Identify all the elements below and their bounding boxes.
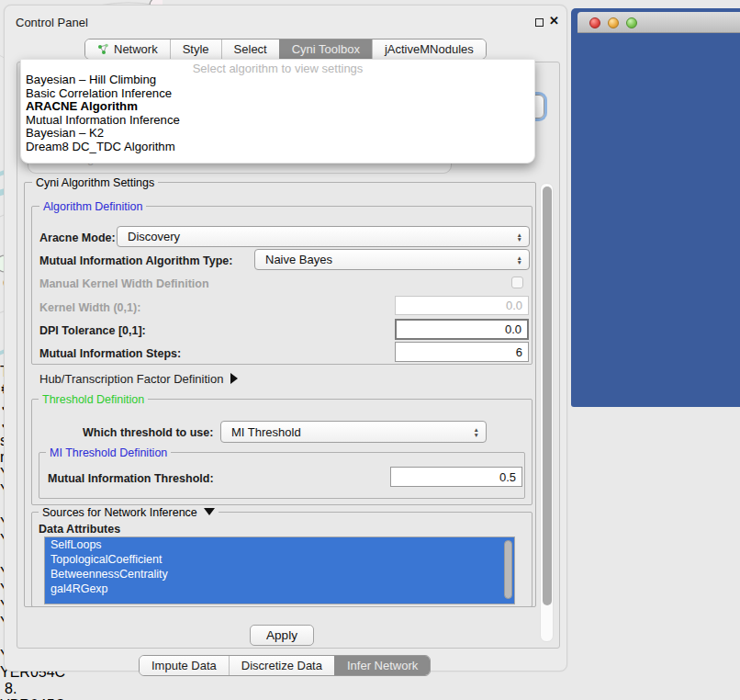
- tab-cyni-toolbox[interactable]: Cyni Toolbox: [279, 40, 372, 59]
- algorithm-popup-list: Bayesian – Hill ClimbingBasic Correlatio…: [21, 73, 534, 154]
- tab-label: Infer Network: [347, 659, 418, 672]
- mi-threshold-field[interactable]: 0.5: [390, 467, 522, 487]
- algorithm-option[interactable]: Basic Correlation Inference: [21, 87, 534, 101]
- tab-label: Impute Data: [151, 659, 217, 672]
- tab-impute-data[interactable]: Impute Data: [140, 656, 229, 675]
- network-icon: [97, 43, 109, 55]
- expanded-arrow-icon: [204, 508, 215, 515]
- algorithm-definition-legend: Algorithm Definition: [39, 200, 146, 213]
- hub-definition-toggle[interactable]: Hub/Transcription Factor Definition: [39, 372, 238, 386]
- tab-label: jActiveMNodules: [385, 42, 474, 56]
- aracne-mode-label: Aracne Mode:: [39, 231, 116, 244]
- combo-arrows-icon: ▲▼: [474, 427, 479, 437]
- table-cell: 8.: [0, 681, 40, 697]
- sources-legend[interactable]: Sources for Network Inference: [39, 506, 219, 519]
- aracne-mode-value: Discovery: [128, 230, 180, 243]
- network-view-window[interactable]: [571, 8, 740, 407]
- float-window-icon[interactable]: [535, 18, 544, 27]
- tab-network[interactable]: Network: [85, 40, 170, 59]
- tab-label: Style: [183, 42, 209, 56]
- which-threshold-value: MI Threshold: [231, 425, 301, 439]
- combo-arrows-icon: ▲▼: [517, 254, 522, 265]
- tab-label: Discretize Data: [241, 659, 322, 672]
- attribute-item-selected[interactable]: gal4RGexp: [45, 581, 514, 596]
- settings-scrollbar-thumb[interactable]: [543, 186, 552, 605]
- attribute-item-selected[interactable]: SelfLoops: [45, 537, 514, 552]
- mi-type-combo[interactable]: Naive Bayes ▲▼: [254, 249, 530, 270]
- control-panel-title: Control Panel: [16, 16, 88, 29]
- tab-label: Select: [234, 42, 267, 56]
- dpi-tolerance-label: DPI Tolerance [0,1]:: [39, 324, 146, 337]
- tab-label: Network: [114, 42, 158, 56]
- algorithm-option[interactable]: Mutual Information Inference: [21, 114, 534, 128]
- bottom-tabbar: Impute DataDiscretize DataInfer Network: [139, 655, 431, 676]
- mi-steps-label: Mutual Information Steps:: [39, 347, 181, 360]
- tab-label: Cyni Toolbox: [292, 42, 360, 56]
- mi-type-label: Mutual Information Algorithm Type:: [39, 254, 232, 267]
- data-attributes-items: SelfLoopsTopologicalCoefficientBetweenne…: [45, 537, 514, 604]
- close-icon[interactable]: ✕: [549, 14, 559, 28]
- close-traffic-light-icon[interactable]: [589, 17, 600, 28]
- network-window-titlebar[interactable]: [577, 12, 740, 33]
- control-panel-tabbar: NetworkStyleSelectCyni ToolboxjActiveMNo…: [84, 39, 487, 60]
- combo-arrows-icon: ▲▼: [517, 231, 522, 242]
- kernel-width-label: Kernel Width (0,1):: [39, 301, 140, 314]
- tab-select[interactable]: Select: [221, 40, 279, 59]
- manual-kernel-checkbox[interactable]: [511, 277, 523, 288]
- minimize-traffic-light-icon[interactable]: [608, 17, 619, 28]
- algorithm-option[interactable]: Dream8 DC_TDC Algorithm: [21, 141, 534, 154]
- list-scrollbar[interactable]: [504, 540, 512, 599]
- tab-infer-network[interactable]: Infer Network: [334, 656, 430, 675]
- settings-legend: Cyni Algorithm Settings: [32, 176, 158, 189]
- mi-steps-field[interactable]: 6: [395, 342, 529, 362]
- which-threshold-combo[interactable]: MI Threshold ▲▼: [220, 421, 487, 443]
- mi-threshold-value: 0.5: [499, 470, 516, 484]
- algorithm-popup-placeholder: Select algorithm to view settings: [21, 60, 534, 73]
- threshold-legend: Threshold Definition: [39, 393, 148, 406]
- data-attributes-label: Data Attributes: [39, 523, 120, 536]
- attribute-item-selected[interactable]: [45, 596, 514, 604]
- attribute-item-selected[interactable]: BetweennessCentrality: [45, 567, 514, 581]
- dpi-tolerance-value: 0.0: [505, 322, 521, 336]
- mi-type-value: Naive Bayes: [265, 253, 332, 266]
- control-panel: Control Panel ✕ NetworkStyleSelectCyni T…: [4, 5, 567, 672]
- aracne-mode-combo[interactable]: Discovery ▲▼: [117, 226, 530, 247]
- data-attributes-list[interactable]: SelfLoopsTopologicalCoefficientBetweenne…: [44, 536, 515, 604]
- algorithm-option[interactable]: Bayesian – Hill Climbing: [21, 73, 534, 87]
- apply-button[interactable]: Apply: [250, 625, 314, 646]
- tab-style[interactable]: Style: [170, 40, 221, 59]
- kernel-width-field: 0.0: [395, 296, 529, 315]
- attribute-item-selected[interactable]: TopologicalCoefficient: [45, 552, 514, 567]
- kernel-width-value: 0.0: [506, 299, 522, 312]
- tab-discretize-data[interactable]: Discretize Data: [229, 656, 334, 675]
- algorithm-dropdown-popup: Select algorithm to view settings Bayesi…: [20, 59, 535, 164]
- dpi-tolerance-field[interactable]: 0.0: [395, 319, 529, 340]
- algorithm-option[interactable]: ARACNE Algorithm: [21, 100, 534, 114]
- zoom-traffic-light-icon[interactable]: [626, 17, 637, 28]
- settings-scrollbar-track[interactable]: [540, 183, 554, 642]
- which-threshold-label: Which threshold to use:: [83, 426, 213, 439]
- tab-jactivemnodules[interactable]: jActiveMNodules: [372, 40, 486, 59]
- mi-threshold-legend: MI Threshold Definition: [46, 446, 171, 459]
- mi-threshold-label: Mutual Information Threshold:: [48, 472, 214, 485]
- screen: Control Panel ✕ NetworkStyleSelectCyni T…: [0, 0, 740, 700]
- mi-steps-value: 6: [516, 345, 522, 359]
- manual-kernel-label: Manual Kernel Width Definition: [39, 277, 209, 290]
- algorithm-option[interactable]: Bayesian – K2: [21, 127, 534, 141]
- collapsed-arrow-icon: [230, 373, 238, 384]
